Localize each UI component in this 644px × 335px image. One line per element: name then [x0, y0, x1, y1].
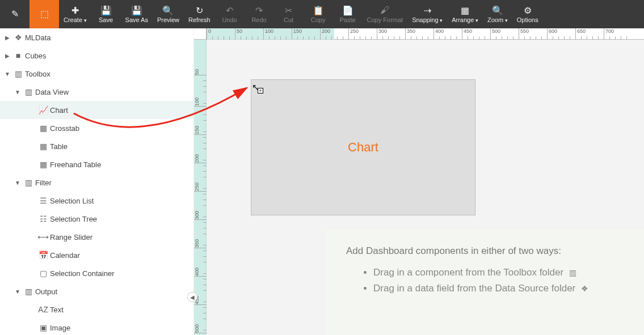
- chart-placeholder-label: Chart: [348, 140, 378, 155]
- Redo-icon: ↷: [255, 5, 263, 15]
- toolbar-refresh-button[interactable]: ↻Refresh: [184, 0, 215, 28]
- tree-item-cubes[interactable]: ▶■Cubes: [0, 46, 193, 65]
- toolbox-icon: ▥: [567, 268, 576, 277]
- tree-item-mldata[interactable]: ▶❖MLData: [0, 28, 193, 46]
- tree-label: Table: [49, 142, 193, 151]
- tree-item-data-view[interactable]: ▼▥Data View: [0, 83, 193, 101]
- tree-icon: ☰: [37, 196, 49, 205]
- toolbar-cut-button[interactable]: ✂Cut: [274, 0, 304, 28]
- tree-label: Data View: [34, 88, 193, 96]
- tree-label: Freehand Table: [49, 160, 193, 169]
- Arrange-icon: ▦: [461, 5, 469, 15]
- tree-icon: ▥: [12, 69, 24, 78]
- toolbar-zoom-button[interactable]: 🔍Zoom: [483, 0, 512, 28]
- tree-label: Selection Container: [49, 269, 193, 278]
- ruler-vertical: 50100150200250300350400450500: [194, 40, 207, 335]
- caret-icon: ▶: [2, 53, 12, 59]
- tree-label: Cubes: [24, 52, 193, 60]
- toolbar-icon-button[interactable]: ⬚: [30, 0, 59, 28]
- ruler-corner: [194, 28, 207, 40]
- toolbar-icon-button[interactable]: ✎: [0, 0, 30, 28]
- tree-item-table[interactable]: ▦Table: [0, 137, 193, 155]
- tree-icon: ▥: [23, 287, 34, 296]
- tree-item-range-slider[interactable]: ⟷Range Slider: [0, 228, 193, 246]
- tree-icon: ⟷: [37, 232, 49, 241]
- tree-icon: ▥: [23, 87, 34, 96]
- tree-item-freehand-table[interactable]: ▦Freehand Table: [0, 155, 193, 173]
- toolbar-copy-button[interactable]: 📋Copy: [304, 0, 333, 28]
- Copy Format-icon: 🖌: [380, 5, 389, 15]
- toolbar-options-button[interactable]: ⚙Options: [512, 0, 543, 28]
- toolbar-save-as-button[interactable]: 💾Save As: [121, 0, 153, 28]
- tree-label: Output: [34, 287, 193, 296]
- tree-icon: ▦: [37, 160, 49, 169]
- toolbar-preview-button[interactable]: 🔍Preview: [153, 0, 184, 28]
- tree-label: Chart: [49, 106, 193, 115]
- toolbar-paste-button[interactable]: 📄Paste: [333, 0, 363, 28]
- tree-item-text[interactable]: AZText: [0, 300, 193, 319]
- chart-placeholder[interactable]: Chart: [251, 79, 475, 215]
- tree-label: Crosstab: [49, 124, 193, 133]
- collapse-sidebar-button[interactable]: ◀: [187, 292, 197, 302]
- tree-item-image[interactable]: ▣Image: [0, 319, 193, 335]
- tree-icon: ▣: [37, 323, 49, 332]
- help-bullet: Drag in a data field from the Data Sourc…: [373, 283, 624, 294]
- caret-icon: ▼: [12, 289, 23, 295]
- toolbar-save-button[interactable]: 💾Save: [91, 0, 121, 28]
- tree-icon: ▦: [37, 124, 49, 133]
- main-toolbar: ✎⬚✚Create💾Save💾Save As🔍Preview↻Refresh↶U…: [0, 0, 644, 28]
- tree-item-chart[interactable]: 📈Chart: [0, 101, 193, 119]
- tree-item-selection-tree[interactable]: ☷Selection Tree: [0, 210, 193, 228]
- tree-icon: ❖: [12, 33, 24, 42]
- tree-label: Toolbox: [24, 70, 193, 78]
- tree-icon: 📅: [37, 251, 49, 260]
- ruler-horizontal: 0501001502002503003504004505005506006507…: [207, 28, 644, 40]
- Copy-icon: 📋: [313, 5, 324, 15]
- tree-item-selection-container[interactable]: ▢Selection Container: [0, 264, 193, 282]
- tree-label: Filter: [34, 179, 193, 187]
- Options-icon: ⚙: [524, 5, 532, 15]
- app-icon: ⬚: [40, 9, 49, 19]
- tree-label: Text: [49, 306, 193, 314]
- toolbar-create-button[interactable]: ✚Create: [59, 0, 91, 28]
- Create-icon: ✚: [71, 5, 79, 15]
- tree-label: Range Slider: [49, 233, 193, 241]
- tree-item-toolbox[interactable]: ▼▥Toolbox: [0, 65, 193, 83]
- Save As-icon: 💾: [131, 5, 142, 15]
- toolbar-copy-format-button[interactable]: 🖌Copy Format: [363, 0, 408, 28]
- tree-label: MLData: [24, 33, 193, 42]
- toolbar-undo-button[interactable]: ↶Undo: [215, 0, 245, 28]
- tree-label: Selection Tree: [49, 215, 193, 223]
- caret-icon: ▼: [12, 89, 23, 95]
- tree-icon: ■: [12, 51, 24, 60]
- tree-icon: AZ: [37, 305, 49, 314]
- help-title: Add Dashboard components in either of tw…: [346, 245, 624, 257]
- tree-icon: ▥: [23, 178, 34, 187]
- tree-label: Calendar: [49, 251, 193, 260]
- toolbar-arrange-button[interactable]: ▦Arrange: [447, 0, 483, 28]
- Save-icon: 💾: [100, 5, 112, 15]
- Zoom-icon: 🔍: [492, 5, 503, 15]
- canvas-area[interactable]: 0501001502002503003504004505005506006507…: [194, 28, 644, 335]
- help-bullet: Drag in a component from the Toolbox fol…: [373, 267, 624, 278]
- tree-item-selection-list[interactable]: ☰Selection List: [0, 192, 193, 210]
- tree-icon: ▦: [37, 142, 49, 151]
- caret-icon: ▶: [2, 35, 12, 41]
- Paste-icon: 📄: [342, 5, 353, 15]
- tree-label: Image: [49, 324, 193, 332]
- tree-item-crosstab[interactable]: ▦Crosstab: [0, 119, 193, 137]
- help-panel: Add Dashboard components in either of tw…: [326, 230, 644, 335]
- caret-icon: ▼: [2, 71, 12, 77]
- toolbar-redo-button[interactable]: ↷Redo: [245, 0, 274, 28]
- sidebar-tree[interactable]: ▶❖MLData▶■Cubes▼▥Toolbox▼▥Data View📈Char…: [0, 28, 194, 335]
- toolbar-snapping-button[interactable]: ⇢Snapping: [407, 0, 447, 28]
- canvas[interactable]: Chart ↖+ Add Dashboard components in eit…: [207, 40, 644, 335]
- tree-item-filter[interactable]: ▼▥Filter: [0, 173, 193, 192]
- datasource-icon: ❖: [579, 284, 588, 293]
- Refresh-icon: ↻: [196, 5, 203, 15]
- tree-icon: ▢: [37, 269, 49, 278]
- tree-item-output[interactable]: ▼▥Output: [0, 282, 193, 300]
- tree-item-calendar[interactable]: 📅Calendar: [0, 246, 193, 264]
- Undo-icon: ↶: [226, 5, 233, 15]
- tree-icon: 📈: [37, 105, 49, 115]
